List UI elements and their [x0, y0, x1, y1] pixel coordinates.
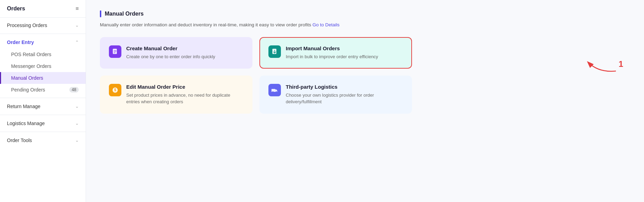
sidebar-section-order-entry: Order Entry ⌃ POS Retail Orders Messenge… [0, 35, 86, 97]
card-edit-manual-order-price[interactable]: $ Edit Manual Order Price Set product pr… [100, 76, 252, 114]
card-logistics-title: Third-party Logistics [286, 84, 403, 90]
sidebar-section-processing: Processing Orders ⌄ [0, 18, 86, 33]
card-create-manual-order-content: Create Manual Order Create one by one to… [126, 45, 243, 60]
chevron-down-icon: ⌄ [75, 23, 79, 28]
card-third-party-logistics[interactable]: Third-party Logistics Choose your own lo… [259, 76, 412, 114]
card-import-manual-orders-desc: Import in bulk to improve order entry ef… [286, 53, 403, 60]
import-orders-icon [268, 45, 281, 58]
card-create-manual-order-desc: Create one by one to enter order info qu… [126, 53, 243, 60]
arrow-annotation: 1 [585, 54, 623, 74]
logistics-icon [268, 84, 281, 96]
sidebar-section-order-tools: Order Tools ⌄ [0, 133, 86, 148]
page-title: Manual Orders [105, 11, 144, 17]
sidebar-header: Orders ≡ [0, 0, 86, 18]
chevron-down-icon-2: ⌄ [75, 104, 79, 109]
sidebar-item-messenger-orders[interactable]: Messenger Orders [0, 60, 86, 72]
sidebar-item-pending-orders[interactable]: Pending Orders 48 [0, 84, 86, 96]
card-create-manual-order-title: Create Manual Order [126, 45, 243, 51]
card-import-manual-orders[interactable]: Import Manual Orders Import in bulk to i… [259, 37, 412, 69]
edit-price-icon: $ [109, 84, 121, 96]
header-accent [100, 10, 101, 17]
sidebar-group-logistics-manage[interactable]: Logistics Manage ⌄ [0, 117, 86, 130]
sidebar-section-logistics-manage: Logistics Manage ⌄ [0, 116, 86, 131]
card-edit-price-title: Edit Manual Order Price [126, 84, 243, 90]
svg-rect-8 [272, 89, 275, 91]
svg-point-10 [276, 91, 277, 92]
menu-icon[interactable]: ≡ [76, 6, 79, 12]
sidebar-divider-4 [0, 132, 86, 132]
sidebar-item-manual-orders[interactable]: Manual Orders [0, 72, 86, 84]
page-subtitle: Manually enter order information and ded… [100, 22, 630, 27]
cards-grid: Create Manual Order Create one by one to… [100, 37, 412, 114]
sidebar-divider [0, 34, 86, 34]
page-header: Manual Orders [100, 10, 630, 17]
card-edit-price-content: Edit Manual Order Price Set product pric… [126, 84, 243, 105]
chevron-down-icon-4: ⌄ [75, 138, 79, 143]
svg-rect-4 [272, 49, 276, 54]
sidebar: Orders ≡ Processing Orders ⌄ Order Entry… [0, 0, 86, 202]
main-content: Manual Orders Manually enter order infor… [86, 0, 644, 202]
chevron-up-icon: ⌃ [75, 40, 79, 45]
sidebar-group-return-manage[interactable]: Return Manage ⌄ [0, 100, 86, 113]
sidebar-section-return-manage: Return Manage ⌄ [0, 99, 86, 114]
svg-point-9 [272, 91, 273, 92]
sidebar-divider-2 [0, 98, 86, 98]
card-import-manual-orders-content: Import Manual Orders Import in bulk to i… [286, 45, 403, 60]
sidebar-group-order-tools[interactable]: Order Tools ⌄ [0, 134, 86, 147]
sidebar-item-pos-retail-orders[interactable]: POS Retail Orders [0, 49, 86, 60]
sidebar-group-order-entry[interactable]: Order Entry ⌃ [0, 36, 86, 49]
card-logistics-content: Third-party Logistics Choose your own lo… [286, 84, 403, 105]
annotation-number: 1 [619, 59, 623, 69]
pending-orders-badge: 48 [69, 87, 79, 93]
svg-rect-0 [113, 49, 117, 54]
arrow-svg [585, 54, 619, 74]
card-logistics-desc: Choose your own logistics provider for o… [286, 92, 403, 105]
create-order-icon [109, 45, 121, 58]
card-import-manual-orders-title: Import Manual Orders [286, 45, 403, 51]
go-to-details-link[interactable]: Go to Details [312, 22, 340, 27]
chevron-down-icon-3: ⌄ [75, 121, 79, 126]
card-edit-price-desc: Set product prices in advance, no need f… [126, 92, 243, 105]
sidebar-group-processing-orders[interactable]: Processing Orders ⌄ [0, 19, 86, 32]
svg-text:$: $ [114, 88, 116, 92]
sidebar-divider-3 [0, 115, 86, 115]
card-create-manual-order[interactable]: Create Manual Order Create one by one to… [100, 37, 252, 69]
sidebar-title: Orders [7, 6, 25, 12]
